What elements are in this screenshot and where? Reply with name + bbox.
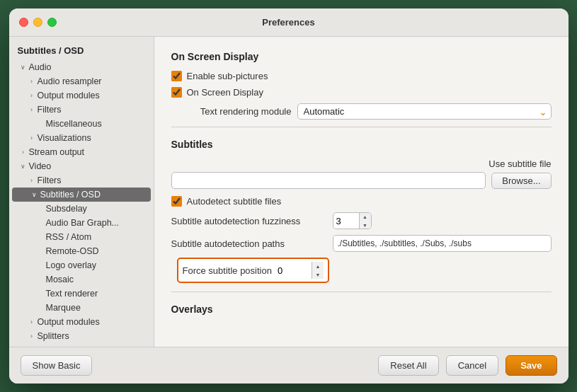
content-area: Subtitles / OSD ∨ Audio › Audio resample… [9, 37, 569, 347]
sidebar-item-subtitles-osd[interactable]: ∨ Subtitles / OSD [12, 188, 151, 202]
sidebar-item-label: Remote-OSD [46, 246, 99, 256]
section-divider [171, 127, 552, 127]
sidebar-item-label: Subtitles / OSD [40, 190, 101, 200]
sidebar-header: Subtitles / OSD [9, 42, 154, 60]
enable-subpictures-row: Enable sub-pictures [171, 71, 552, 81]
sidebar-item-label: Visualizations [38, 133, 91, 143]
sidebar-item-label: Logo overlay [46, 260, 97, 270]
show-basic-button[interactable]: Show Basic [21, 355, 93, 376]
sidebar-item-splitters[interactable]: › Splitters [9, 329, 154, 343]
fuzziness-up-button[interactable]: ▲ [360, 212, 371, 221]
sidebar-item-label: Miscellaneous [46, 119, 102, 129]
expand-icon: › [26, 132, 38, 144]
sidebar-item-rss-atom[interactable]: RSS / Atom [9, 230, 154, 244]
osd-label: On Screen Display [187, 87, 263, 98]
save-button[interactable]: Save [505, 355, 556, 376]
sidebar-item-label: Marquee [46, 303, 81, 313]
expand-icon: ∨ [29, 189, 40, 200]
sidebar-item-label: Splitters [38, 331, 69, 341]
fuzziness-label: Subtitle autodetection fuzziness [171, 216, 327, 226]
fuzziness-spinner: ▲ ▼ [359, 212, 371, 229]
text-rendering-row: Text rendering module Automatic ⌄ [171, 103, 552, 120]
bottom-bar: Show Basic Reset All Cancel Save [9, 347, 569, 384]
sidebar-item-audio-bar-graph[interactable]: Audio Bar Graph... [9, 216, 154, 230]
sidebar-item-video-filters[interactable]: › Filters [9, 173, 154, 188]
sidebar-item-marquee[interactable]: Marquee [9, 301, 154, 315]
expand-icon [35, 288, 46, 299]
sidebar-item-miscellaneous[interactable]: Miscellaneous [9, 117, 154, 131]
enable-subpictures-checkbox[interactable] [171, 71, 182, 81]
text-rendering-select[interactable]: Automatic [297, 103, 552, 120]
cancel-button[interactable]: Cancel [446, 355, 498, 376]
expand-icon [35, 260, 46, 271]
fuzziness-down-button[interactable]: ▼ [360, 221, 371, 229]
sidebar-item-audio-label: Audio [29, 62, 52, 72]
subtitles-section: Subtitles Use subtitle file Browse... Au… [171, 139, 552, 283]
osd-checkbox[interactable] [171, 87, 182, 98]
autodetect-checkbox[interactable] [171, 196, 182, 207]
paths-label: Subtitle autodetection paths [171, 238, 327, 249]
sidebar-item-text-renderer[interactable]: Text renderer [9, 287, 154, 301]
expand-icon: › [26, 316, 38, 328]
overlays-section-title: Overlays [171, 304, 552, 315]
autodetect-row: Autodetect subtitle files [171, 196, 552, 207]
expand-icon [35, 203, 46, 214]
fuzziness-input[interactable] [333, 216, 359, 226]
osd-checkbox-row: On Screen Display [171, 87, 552, 98]
subtitle-file-input[interactable] [171, 172, 486, 189]
sidebar-item-label: Video [29, 161, 52, 171]
expand-icon [35, 302, 46, 313]
minimize-button[interactable] [33, 18, 42, 27]
paths-row: Subtitle autodetection paths [171, 235, 552, 252]
sidebar-item-label: Audio resampler [38, 76, 102, 86]
force-position-input[interactable] [278, 265, 306, 276]
overlays-section: Overlays [171, 304, 552, 315]
expand-icon: › [26, 330, 38, 342]
sidebar-item-subsdelay[interactable]: Subsdelay [9, 202, 154, 216]
subtitle-file-row: Browse... [171, 172, 552, 189]
sidebar: Subtitles / OSD ∨ Audio › Audio resample… [9, 37, 154, 347]
expand-icon: › [26, 90, 38, 101]
sidebar-item-label: Text renderer [46, 289, 98, 299]
expand-icon: ∨ [18, 161, 29, 172]
section-divider2 [171, 292, 552, 292]
expand-icon: › [26, 104, 38, 115]
sidebar-item-label: Subsdelay [46, 204, 87, 214]
subtitles-section-title: Subtitles [171, 139, 552, 150]
sidebar-item-output-modules2[interactable]: › Output modules [9, 315, 154, 329]
sidebar-item-audio-resampler[interactable]: › Audio resampler [9, 74, 154, 88]
close-button[interactable] [19, 18, 28, 27]
text-rendering-label: Text rendering module [171, 106, 292, 117]
sidebar-item-label: Output modules [38, 317, 100, 327]
sidebar-item-label: Audio Bar Graph... [46, 218, 120, 228]
expand-icon [35, 217, 46, 229]
sidebar-item-mosaic[interactable]: Mosaic [9, 272, 154, 287]
expand-icon [35, 246, 46, 257]
expand-icon [35, 231, 46, 243]
sidebar-item-filters[interactable]: › Filters [9, 103, 154, 117]
sidebar-item-audio[interactable]: ∨ Audio [9, 60, 154, 74]
text-rendering-select-wrapper: Automatic ⌄ [297, 103, 552, 120]
reset-all-button[interactable]: Reset All [378, 355, 438, 376]
force-position-down-button[interactable]: ▼ [312, 270, 324, 279]
sidebar-item-label: Mosaic [46, 275, 74, 284]
maximize-button[interactable] [47, 18, 57, 27]
sidebar-item-visualizations[interactable]: › Visualizations [9, 131, 154, 145]
sidebar-item-label: Filters [38, 105, 62, 115]
window-title: Preferences [262, 17, 314, 28]
sidebar-item-logo-overlay[interactable]: Logo overlay [9, 258, 154, 272]
main-panel: On Screen Display Enable sub-pictures On… [154, 37, 569, 347]
sidebar-item-remote-osd[interactable]: Remote-OSD [9, 244, 154, 258]
sidebar-item-label: Filters [38, 175, 62, 185]
sidebar-item-stream-output[interactable]: › Stream output [9, 145, 154, 159]
force-position-up-button[interactable]: ▲ [312, 262, 324, 270]
sidebar-item-output-modules[interactable]: › Output modules [9, 88, 154, 103]
paths-input[interactable] [333, 235, 552, 252]
enable-subpictures-label: Enable sub-pictures [187, 71, 268, 81]
force-position-label: Force subtitle position [183, 265, 272, 276]
sidebar-item-video[interactable]: ∨ Video [9, 159, 154, 173]
fuzziness-row: Subtitle autodetection fuzziness ▲ ▼ [171, 212, 552, 229]
browse-button[interactable]: Browse... [491, 173, 551, 189]
expand-icon: › [26, 76, 38, 87]
fuzziness-input-wrap: ▲ ▼ [333, 212, 372, 229]
